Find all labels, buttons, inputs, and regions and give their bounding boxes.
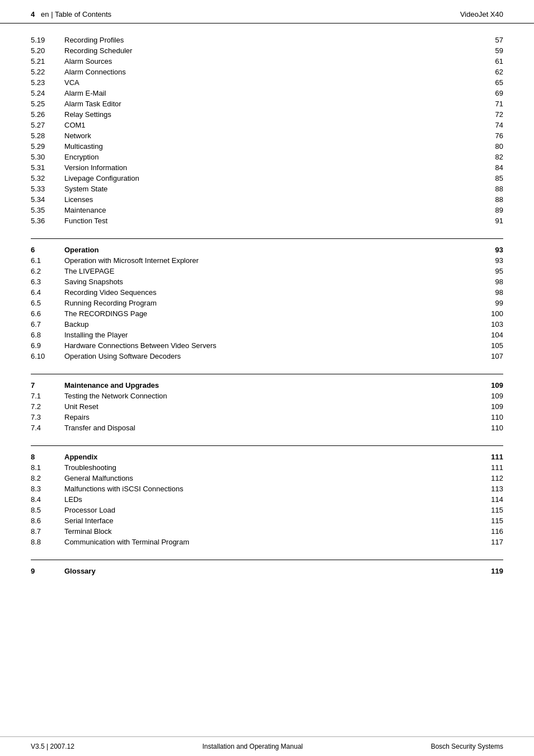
toc-page: 71: [475, 100, 503, 108]
page: 4 en | Table of Contents VideoJet X40 5.…: [0, 0, 534, 756]
toc-title: Hardware Connections Between Video Serve…: [64, 341, 475, 350]
toc-title: Recording Scheduler: [64, 46, 475, 55]
toc-page: 82: [475, 153, 503, 161]
toc-number: 8.2: [31, 474, 64, 482]
toc-title: System State: [64, 185, 475, 193]
toc-item-5-24: 5.24 Alarm E-Mail 69: [31, 88, 503, 98]
toc-item-5-23: 5.23 VCA 65: [31, 77, 503, 88]
toc-title: Unit Reset: [64, 402, 475, 411]
toc-item-5-21: 5.21 Alarm Sources 61: [31, 56, 503, 67]
toc-item-6-5: 6.5 Running Recording Program 99: [31, 298, 503, 308]
toc-item-8-3: 8.3 Malfunctions with iSCSI Connections …: [31, 483, 503, 494]
toc-item-5-33: 5.33 System State 88: [31, 184, 503, 194]
toc-page: 116: [475, 527, 503, 536]
toc-title: Malfunctions with iSCSI Connections: [64, 485, 475, 493]
toc-item-5-27: 5.27 COM1 74: [31, 120, 503, 130]
toc-number: 5.24: [31, 89, 64, 97]
toc-page: 88: [475, 195, 503, 204]
toc-item-5-25: 5.25 Alarm Task Editor 71: [31, 98, 503, 109]
toc-title: Terminal Block: [64, 527, 475, 536]
toc-item-5-35: 5.35 Maintenance 89: [31, 205, 503, 215]
toc-number: 7.4: [31, 424, 64, 432]
toc-page: 109: [475, 381, 503, 389]
toc-page: 85: [475, 174, 503, 182]
page-footer: V3.5 | 2007.12 Installation and Operatin…: [0, 736, 534, 756]
toc-title: Operation with Microsoft Internet Explor…: [64, 256, 475, 265]
toc-item-5-26: 5.26 Relay Settings 72: [31, 109, 503, 120]
toc-section-5: 5.19 Recording Profiles 57 5.20 Recordin…: [31, 35, 503, 226]
toc-title: Alarm E-Mail: [64, 89, 475, 97]
toc-title: Function Test: [64, 217, 475, 225]
toc-number: 8.3: [31, 485, 64, 493]
toc-number: 6.4: [31, 288, 64, 297]
footer-manual-title: Installation and Operating Manual: [203, 743, 303, 750]
toc-page: 110: [475, 424, 503, 432]
toc-page: 91: [475, 217, 503, 225]
toc-title: Multicasting: [64, 142, 475, 151]
toc-title: Recording Video Sequences: [64, 288, 475, 297]
toc-number: 6.10: [31, 352, 64, 360]
toc-item-5-20: 5.20 Recording Scheduler 59: [31, 45, 503, 56]
toc-number: 5.35: [31, 206, 64, 214]
footer-company: Bosch Security Systems: [431, 743, 503, 750]
toc-page: 88: [475, 185, 503, 193]
toc-number: 5.27: [31, 121, 64, 129]
toc-item-5-19: 5.19 Recording Profiles 57: [31, 35, 503, 45]
toc-number: 6.9: [31, 341, 64, 350]
toc-item-6-2: 6.2 The LIVEPAGE 95: [31, 266, 503, 276]
toc-page: 93: [475, 256, 503, 265]
toc-item-7-3: 7.3 Repairs 110: [31, 412, 503, 422]
section-divider-7: [31, 374, 503, 374]
toc-item-5-29: 5.29 Multicasting 80: [31, 141, 503, 152]
toc-item-8-2: 8.2 General Malfunctions 112: [31, 473, 503, 483]
section-divider-9: [31, 560, 503, 560]
toc-title: Alarm Sources: [64, 57, 475, 65]
toc-number: 5.30: [31, 153, 64, 161]
toc-number: 8.5: [31, 506, 64, 514]
toc-item-5-28: 5.28 Network 76: [31, 130, 503, 141]
toc-page: 112: [475, 474, 503, 482]
toc-number: 8.6: [31, 516, 64, 525]
toc-page: 84: [475, 163, 503, 172]
page-header: 4 en | Table of Contents VideoJet X40: [0, 0, 534, 24]
toc-number: 6.8: [31, 331, 64, 339]
toc-title: VCA: [64, 78, 475, 87]
toc-item-5-32: 5.32 Livepage Configuration 85: [31, 173, 503, 184]
toc-item-8-7: 8.7 Terminal Block 116: [31, 526, 503, 537]
toc-number: 6.2: [31, 267, 64, 275]
toc-number: 5.19: [31, 36, 64, 44]
toc-item-7-4: 7.4 Transfer and Disposal 110: [31, 422, 503, 433]
toc-section-header-6: 6 Operation 93: [31, 243, 503, 255]
toc-item-6-7: 6.7 Backup 103: [31, 319, 503, 330]
toc-title: Testing the Network Connection: [64, 392, 475, 400]
toc-title: Maintenance: [64, 206, 475, 214]
toc-page: 119: [475, 567, 503, 575]
toc-page: 117: [475, 538, 503, 546]
toc-page: 74: [475, 121, 503, 129]
toc-number: 5.34: [31, 195, 64, 204]
toc-item-6-9: 6.9 Hardware Connections Between Video S…: [31, 340, 503, 351]
toc-item-5-31: 5.31 Version Information 84: [31, 162, 503, 173]
toc-number: 6.5: [31, 299, 64, 307]
toc-page: 115: [475, 506, 503, 514]
toc-page: 98: [475, 278, 503, 286]
toc-number: 6.3: [31, 278, 64, 286]
toc-page: 105: [475, 341, 503, 350]
toc-page: 110: [475, 413, 503, 421]
toc-section-title: Appendix: [64, 453, 475, 461]
toc-title: Operation Using Software Decoders: [64, 352, 475, 360]
toc-title: The RECORDINGS Page: [64, 309, 475, 318]
toc-item-5-22: 5.22 Alarm Connections 62: [31, 67, 503, 77]
toc-page: 98: [475, 288, 503, 297]
toc-page: 69: [475, 89, 503, 97]
toc-title: Troubleshooting: [64, 463, 475, 472]
toc-number: 8.8: [31, 538, 64, 546]
toc-title: General Malfunctions: [64, 474, 475, 482]
toc-page: 76: [475, 132, 503, 140]
header-section-label: [37, 10, 39, 18]
toc-number: 7.2: [31, 402, 64, 411]
toc-page: 113: [475, 485, 503, 493]
toc-title: COM1: [64, 121, 475, 129]
toc-item-8-1: 8.1 Troubleshooting 111: [31, 462, 503, 473]
header-toc-label: en | Table of Contents: [41, 10, 111, 18]
